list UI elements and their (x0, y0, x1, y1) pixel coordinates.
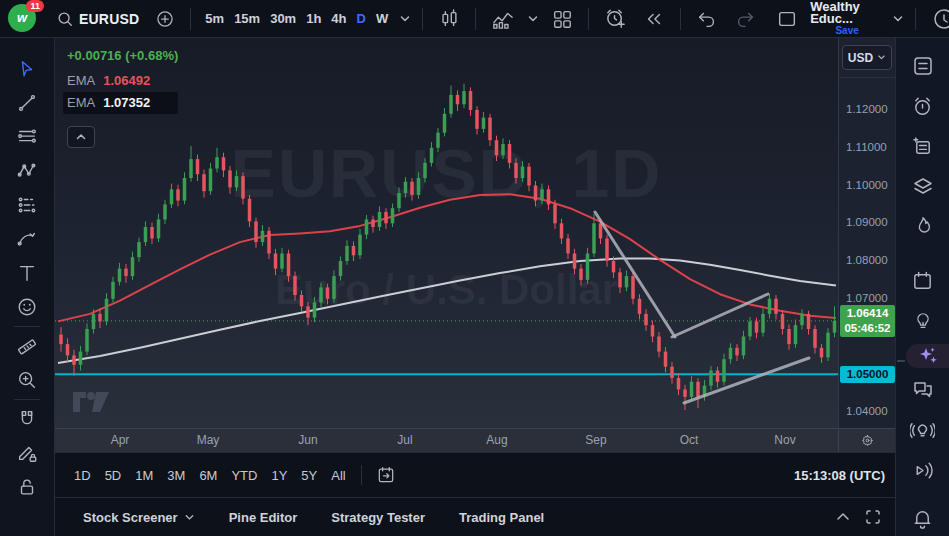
ema-fast-legend-row[interactable]: EMA 1.06492 (63, 70, 178, 92)
maximize-panel-button[interactable] (865, 509, 881, 525)
chevron-down-icon (892, 13, 904, 25)
layout-square-icon (776, 8, 798, 30)
tool-fib-retracement[interactable] (10, 120, 44, 154)
month-label-oct: Oct (680, 433, 699, 447)
tool-xabcd-pattern[interactable] (10, 154, 44, 188)
publish-button[interactable] (925, 2, 949, 36)
tool-text[interactable] (10, 256, 44, 290)
compare-add-button[interactable] (149, 5, 181, 33)
chat-button[interactable] (905, 372, 941, 408)
watchlist-button[interactable] (905, 48, 941, 84)
range-all[interactable]: All (324, 463, 352, 488)
gear-icon (860, 433, 875, 448)
streams-button[interactable] (905, 452, 941, 488)
tab-trading-panel[interactable]: Trading Panel (447, 504, 556, 531)
timeframe-dropdown[interactable] (397, 9, 413, 29)
top-toolbar: w 11 EURUSD 5m15m30m1h4hDW (0, 0, 949, 38)
range-6m[interactable]: 6M (192, 463, 224, 488)
indicators-button[interactable] (485, 4, 521, 34)
expand-panel-button[interactable] (835, 509, 851, 525)
price-label: 1.09000 (846, 216, 888, 228)
symbol-search[interactable]: EURUSD (50, 6, 145, 32)
ai-assistant-button[interactable] (906, 344, 949, 368)
chart-type-button[interactable] (432, 4, 466, 34)
price-axis[interactable]: USD 1.120001.110001.100001.090001.080001… (838, 38, 895, 428)
calendar-button[interactable] (905, 262, 941, 298)
smiley-icon (16, 296, 38, 318)
text-icon (16, 262, 38, 284)
range-5d[interactable]: 5D (98, 463, 129, 488)
layout-grid-button[interactable] (545, 4, 579, 34)
account-menu[interactable]: Wealthy Educ... Save (810, 1, 884, 37)
account-dropdown[interactable] (890, 9, 906, 29)
ideas-button[interactable] (905, 302, 941, 338)
undo-icon (696, 8, 718, 30)
range-1d[interactable]: 1D (67, 463, 98, 488)
brush-icon (16, 228, 38, 250)
pencil-lock-icon (16, 442, 38, 464)
broker-logo[interactable]: w 11 (8, 4, 38, 34)
time-axis[interactable]: AprMayJunJulAugSepOctNov (55, 428, 838, 452)
timeframe-W[interactable]: W (371, 7, 393, 30)
object-tree-button[interactable] (905, 168, 941, 204)
tool-forecast[interactable] (10, 188, 44, 222)
range-1m[interactable]: 1M (128, 463, 160, 488)
ema-fast-value: 1.06492 (103, 71, 150, 91)
calendar-icon (911, 269, 934, 292)
timeframe-5m[interactable]: 5m (200, 7, 229, 30)
current-price: 1.06414 (840, 306, 895, 321)
save-label[interactable]: Save (835, 25, 858, 37)
chat-bubbles-icon (911, 378, 935, 402)
tradingview-logo-watermark (71, 390, 111, 414)
live-ideas-button[interactable] (905, 412, 941, 448)
tool-magnet[interactable] (10, 402, 44, 436)
tab-stock-screener[interactable]: Stock Screener (71, 504, 207, 531)
go-to-date-button[interactable] (370, 461, 402, 489)
chart-pane[interactable]: EURUSD, 1D Euro / U.S. Dollar +0.00716 (… (55, 38, 838, 428)
ruler-icon (16, 335, 38, 357)
timeframe-1h[interactable]: 1h (301, 7, 326, 30)
drawing-toolbar (0, 38, 55, 536)
timeframe-4h[interactable]: 4h (326, 7, 351, 30)
notifications-button[interactable] (905, 500, 941, 536)
alerts-button[interactable] (905, 88, 941, 124)
bar-replay-button[interactable] (637, 4, 671, 34)
range-3m[interactable]: 3M (160, 463, 192, 488)
tool-brush[interactable] (10, 222, 44, 256)
indicators-dropdown[interactable] (525, 9, 541, 29)
create-alert-button[interactable] (598, 3, 633, 34)
timeframe-15m[interactable]: 15m (229, 7, 265, 30)
tool-lock-all[interactable] (10, 470, 44, 504)
currency-toggle[interactable]: USD (842, 45, 892, 70)
tab-strategy-tester[interactable]: Strategy Tester (319, 504, 437, 531)
ema-slow-legend-row[interactable]: EMA 1.07352 (63, 92, 178, 114)
toolbar-separator (14, 326, 40, 327)
hotlists-button[interactable] (905, 208, 941, 244)
tool-trend-line[interactable] (10, 86, 44, 120)
timeframe-30m[interactable]: 30m (265, 7, 301, 30)
news-button[interactable] (905, 128, 941, 164)
timeframe-D[interactable]: D (352, 7, 371, 30)
redo-button[interactable] (728, 4, 762, 34)
price-label: 1.11000 (846, 141, 887, 153)
tab-pine-editor[interactable]: Pine Editor (217, 504, 310, 531)
clock-utc[interactable]: 15:13:08 (UTC) (794, 468, 885, 483)
axis-settings[interactable] (838, 428, 895, 452)
tool-drawing-lock[interactable] (10, 436, 44, 470)
undo-button[interactable] (690, 4, 724, 34)
month-label-may: May (197, 433, 220, 447)
play-stream-icon (911, 459, 935, 482)
chevron-down-icon (877, 53, 886, 62)
range-1y[interactable]: 1Y (264, 463, 294, 488)
tool-measure[interactable] (10, 329, 44, 363)
trend-line-icon (16, 92, 38, 114)
legend-collapse-button[interactable] (67, 126, 95, 148)
range-5y[interactable]: 5Y (294, 463, 324, 488)
tool-zoom-in[interactable] (10, 363, 44, 397)
replay-rewind-icon (643, 8, 665, 30)
tool-cursor[interactable] (10, 52, 44, 86)
tool-emoji[interactable] (10, 290, 44, 324)
range-ytd[interactable]: YTD (224, 463, 264, 488)
save-layout-button[interactable] (770, 4, 804, 34)
range-button-group: 1D5D1M3M6MYTD1Y5YAll (67, 463, 353, 488)
